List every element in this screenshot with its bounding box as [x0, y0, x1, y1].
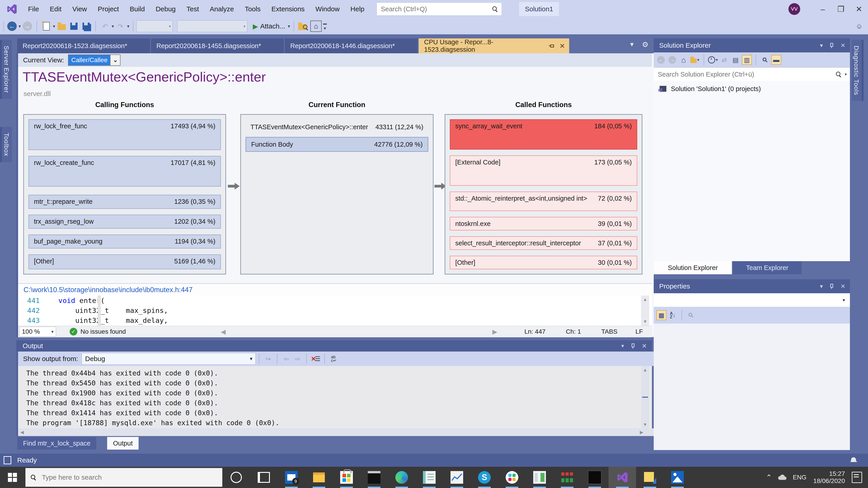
taskbar-photos-icon[interactable]	[664, 467, 691, 488]
attach-button[interactable]: Attach...	[260, 22, 285, 30]
language-indicator[interactable]: ENG	[793, 474, 807, 481]
configuration-dropdown[interactable]: ▾	[136, 20, 173, 32]
clear-all-icon[interactable]: ✕☰	[311, 354, 320, 364]
window-position-dropdown-icon[interactable]: ▾	[820, 283, 823, 290]
property-pages-wrench-icon[interactable]: ⚲	[684, 308, 698, 322]
file-path-link[interactable]: C:\work\10.5\storage\innobase\include\ib…	[24, 286, 193, 294]
scrollbar-thumb[interactable]	[642, 397, 648, 398]
sidebar-tab-diagnostic-tools[interactable]: Diagnostic Tools	[852, 40, 864, 101]
menu-project[interactable]: Project	[92, 0, 124, 18]
taskbar-search-input[interactable]	[41, 473, 222, 482]
platform-dropdown[interactable]: ▾	[177, 20, 247, 32]
taskbar-file-explorer-icon[interactable]	[305, 467, 333, 488]
menu-extensions[interactable]: Extensions	[266, 0, 310, 18]
bell-icon[interactable]	[850, 457, 857, 464]
goto-source-icon[interactable]: ↪	[263, 354, 273, 364]
scroll-up-icon[interactable]: ▲	[641, 295, 649, 303]
alphabetical-sort-icon[interactable]: AZ↓	[668, 310, 678, 320]
taskbar-console-icon[interactable]	[581, 467, 609, 488]
tab-team-explorer[interactable]: Team Explorer	[733, 261, 802, 274]
chevron-down-icon[interactable]: ⌄	[110, 55, 120, 65]
output-pane-header[interactable]: Output ▾ ✕	[16, 340, 652, 352]
called-function-box[interactable]: sync_array_wait_event 184 (0,05 %)	[450, 119, 637, 150]
new-file-icon[interactable]	[41, 21, 52, 31]
solution-badge[interactable]: Solution1	[519, 2, 559, 16]
pin-icon[interactable]	[829, 42, 835, 48]
called-function-box[interactable]: select_result_interceptor::result_interc…	[450, 236, 637, 250]
menu-window[interactable]: Window	[310, 0, 345, 18]
next-message-icon[interactable]: ⇨	[292, 354, 303, 364]
menu-build[interactable]: Build	[124, 0, 150, 18]
close-button[interactable]: ✕	[850, 0, 868, 18]
pending-changes-filter-icon[interactable]: ▾	[708, 55, 718, 65]
menu-help[interactable]: Help	[345, 0, 370, 18]
quick-search-input[interactable]	[380, 5, 492, 13]
solution-search-box[interactable]: ▾	[654, 67, 850, 81]
toolbar-drag-handle[interactable]	[3, 21, 6, 31]
bottom-tab-find[interactable]: Find mtr_x_lock_space	[17, 437, 96, 450]
called-function-box[interactable]: [External Code] 173 (0,05 %)	[450, 156, 637, 186]
taskbar-app-window-icon[interactable]	[526, 467, 553, 488]
pin-icon[interactable]	[630, 343, 636, 349]
calling-function-box[interactable]: [Other] 5169 (1,46 %)	[29, 254, 221, 269]
forward-icon[interactable]: →	[669, 56, 676, 64]
menu-view[interactable]: View	[67, 0, 92, 18]
task-view-button[interactable]	[250, 467, 278, 488]
preview-selected-items-icon[interactable]: ▬	[771, 55, 781, 65]
redo-icon[interactable]: ↷	[115, 21, 126, 31]
navigate-back-button[interactable]: ←	[7, 21, 17, 31]
attach-dropdown[interactable]: ▾	[288, 24, 290, 29]
onedrive-cloud-icon[interactable]	[777, 474, 787, 481]
taskbar-search-box[interactable]	[25, 468, 222, 487]
open-file-icon[interactable]	[57, 21, 67, 31]
action-center-icon[interactable]	[852, 472, 862, 483]
solution-search-input[interactable]	[654, 70, 836, 78]
new-file-dropdown[interactable]: ▾	[53, 24, 55, 29]
calling-function-box[interactable]: rw_lock_free_func 17493 (4,94 %)	[29, 119, 221, 150]
find-in-files-icon[interactable]	[298, 21, 309, 31]
toolbar-options-dropdown[interactable]: ▬▾	[323, 22, 327, 31]
tray-expand-chevron[interactable]: ⌃	[766, 473, 772, 482]
feedback-icon[interactable]: ☺	[854, 21, 864, 31]
switch-views-icon[interactable]: ▾	[690, 55, 700, 65]
menu-tools[interactable]: Tools	[239, 0, 266, 18]
start-button[interactable]	[0, 467, 25, 488]
bottom-tab-output[interactable]: Output	[107, 437, 138, 450]
menu-file[interactable]: File	[23, 0, 44, 18]
code-preview[interactable]: 441void enter( 442 uint32_t max_spins, 4…	[18, 295, 652, 326]
code-scrollbar[interactable]: ▲ ▼	[641, 295, 649, 326]
scroll-right-icon[interactable]: ▶	[640, 429, 643, 435]
output-vertical-scrollbar[interactable]: ▲ ▼	[641, 366, 649, 428]
calling-function-box[interactable]: buf_page_make_young 1194 (0,34 %)	[29, 234, 221, 249]
word-wrap-icon[interactable]: abc↵	[329, 354, 339, 364]
save-all-icon[interactable]	[81, 21, 91, 31]
taskbar-skype-icon[interactable]: S	[471, 467, 498, 488]
properties-object-combobox[interactable]: ▾	[654, 293, 850, 307]
sync-with-active-document-icon[interactable]: ⇄	[719, 55, 729, 65]
calling-function-box[interactable]: rw_lock_create_func 17017 (4,81 %)	[29, 156, 221, 187]
avatar[interactable]: VV	[788, 3, 800, 15]
close-icon[interactable]: ✕	[840, 42, 845, 49]
hscroll-left-icon[interactable]: ◀	[221, 328, 226, 335]
current-view-combobox[interactable]: Caller/Callee ⌄	[68, 55, 121, 66]
scroll-down-icon[interactable]: ▼	[641, 421, 649, 428]
undo-icon[interactable]: ↶	[100, 21, 110, 31]
scroll-left-icon[interactable]: ◀	[20, 429, 24, 435]
called-function-box[interactable]: std::_Atomic_reinterpret_as<int,unsigned…	[450, 192, 637, 211]
tab-solution-explorer[interactable]: Solution Explorer	[654, 261, 732, 274]
close-icon[interactable]: ✕	[840, 283, 845, 290]
scroll-down-icon[interactable]: ▼	[641, 318, 649, 325]
tab-cpu-usage-active[interactable]: CPU Usage - Repor...8-1523.diagsession ✕	[418, 38, 569, 53]
zoom-combobox[interactable]: 100 % ▾	[20, 327, 56, 337]
calling-function-box[interactable]: mtr_t::prepare_write 1236 (0,35 %)	[29, 195, 221, 209]
window-position-dropdown-icon[interactable]: ▾	[820, 42, 823, 49]
calling-function-box[interactable]: trx_assign_rseg_low 1202 (0,34 %)	[29, 215, 221, 229]
menu-test[interactable]: Test	[181, 0, 204, 18]
solution-root-item[interactable]: Solution 'Solution1' (0 projects)	[654, 82, 850, 95]
sidebar-tab-server-explorer[interactable]: Server Explorer	[0, 40, 12, 99]
pin-icon[interactable]	[549, 43, 555, 49]
output-log[interactable]: The thread 0x44b4 has exited with code 0…	[16, 366, 652, 428]
attach-play-icon[interactable]: ▶	[253, 22, 258, 30]
home-icon[interactable]: ⌂	[679, 55, 688, 65]
current-function-row[interactable]: TTASEventMutex<GenericPolicy>::enter 433…	[246, 119, 428, 133]
